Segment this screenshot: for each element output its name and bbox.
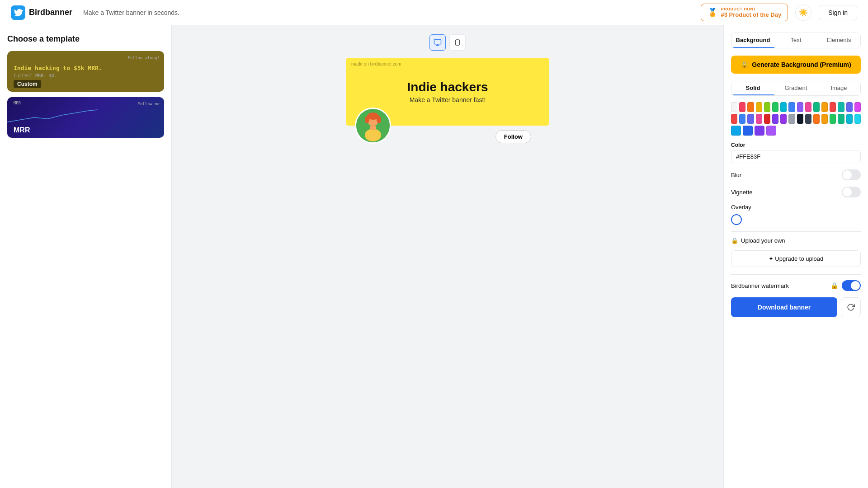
template-card-custom-meta: Current MRR: $0. [14,73,158,78]
medal-icon: 🏅 [708,8,717,18]
color-swatch[interactable] [813,102,820,112]
divider [731,231,861,232]
color-swatch[interactable] [788,102,795,112]
color-swatch[interactable] [756,114,762,124]
watermark-toggle[interactable] [842,280,861,291]
banner-title[interactable]: Indie hackers [407,80,488,94]
color-swatch[interactable] [755,126,764,136]
color-swatch[interactable] [854,114,861,124]
color-swatch[interactable] [797,114,803,124]
color-input[interactable] [731,150,861,163]
tab-elements[interactable]: Elements [817,33,860,48]
color-swatch[interactable] [813,114,820,124]
template-card-mrr-bg: MRR Follow me MRR [7,97,164,138]
mobile-icon [454,38,461,47]
color-swatch[interactable] [739,114,745,124]
theme-toggle-button[interactable]: ☀️ [795,5,811,21]
color-row-3 [731,126,861,136]
color-swatch[interactable] [747,102,754,112]
lock-icon: 🔒 [731,237,738,244]
svg-point-11 [365,129,381,141]
color-label: Color [731,142,861,148]
color-swatch[interactable] [780,114,787,124]
tab-background[interactable]: Background [731,33,774,48]
product-hunt-badge[interactable]: 🏅 PRODUCT HUNT #3 Product of the Day [701,4,788,21]
banner-subtitle[interactable]: Make a Twitter banner fast! [410,96,486,103]
logo-area: Birdbanner [11,5,72,20]
color-swatch[interactable] [739,102,745,112]
template-card-custom-label: Custom [14,80,41,88]
mobile-view-button[interactable] [449,34,466,51]
blur-toggle[interactable] [842,169,861,180]
color-swatch[interactable] [764,102,770,112]
watermark-right: 🔒 [830,280,861,291]
blur-label: Blur [731,172,741,178]
template-card-custom[interactable]: Indie hacking to $5k MRR. Current MRR: $… [7,51,164,92]
template-card-mrr[interactable]: MRR Follow me MRR [7,97,164,138]
overlay-section: Overlay [731,204,861,225]
svg-rect-12 [370,126,376,130]
tab-text[interactable]: Text [774,33,817,48]
color-swatch[interactable] [747,114,754,124]
color-swatch[interactable] [846,102,853,112]
style-tab-image[interactable]: Image [817,81,860,95]
style-tab-gradient[interactable]: Gradient [774,81,817,95]
overlay-circle[interactable] [731,214,742,225]
color-swatch[interactable] [788,114,795,124]
mrr-chart-line [7,106,98,124]
vignette-toggle[interactable] [842,187,861,197]
header-tagline: Make a Twitter banner in seconds. [83,9,693,16]
download-banner-button[interactable]: Download banner [731,297,837,317]
color-swatch[interactable] [805,114,811,124]
main-layout: Choose a template Indie hacking to $5k M… [0,25,868,488]
refresh-icon [847,303,855,311]
template-card-mrr-meta: MRR [14,101,21,105]
color-swatch[interactable] [854,102,861,112]
generate-background-label: Generate Background (Premium) [752,61,851,68]
color-swatch[interactable] [830,102,836,112]
download-row: Download banner [731,297,861,317]
color-swatch[interactable] [731,102,737,112]
color-swatch[interactable] [805,102,811,112]
color-swatch[interactable] [838,114,844,124]
monitor-icon [434,38,442,47]
svg-rect-1 [434,39,441,44]
color-swatch[interactable] [766,126,776,136]
color-swatch[interactable] [764,114,770,124]
canvas-toolbar [429,34,466,51]
sign-in-button[interactable]: Sign in [819,5,857,20]
logo-text: Birdbanner [29,8,72,17]
color-swatch[interactable] [743,126,753,136]
color-swatch[interactable] [731,126,741,136]
style-tab-solid[interactable]: Solid [731,81,774,95]
watermark-row: Birdbanner watermark 🔒 [731,280,861,291]
color-swatch[interactable] [772,102,778,112]
color-swatch[interactable] [821,114,828,124]
generate-background-button[interactable]: 🔒 Generate Background (Premium) [731,56,861,74]
blur-row: Blur [731,169,861,180]
sidebar: Choose a template Indie hacking to $5k M… [0,25,172,488]
color-swatch[interactable] [830,114,836,124]
color-swatch[interactable] [756,102,762,112]
color-swatch[interactable] [821,102,828,112]
color-swatch[interactable] [772,114,778,124]
banner-watermark: made on birdbanner.com [351,61,401,66]
color-swatch[interactable] [731,114,737,124]
template-card-mrr-label: MRR [14,126,30,134]
blur-toggle-thumb [843,170,852,179]
color-swatch[interactable] [797,102,803,112]
canvas-area: made on birdbanner.com Indie hackers Mak… [172,25,723,488]
refresh-button[interactable] [841,297,861,317]
color-swatch[interactable] [780,102,787,112]
follow-button[interactable]: Follow [495,130,531,143]
watermark-label: Birdbanner watermark [731,282,789,289]
header: Birdbanner Make a Twitter banner in seco… [0,0,868,25]
vignette-row: Vignette [731,187,861,197]
right-panel: Background Text Elements 🔒 Generate Back… [723,25,868,488]
upgrade-button[interactable]: ✦ Upgrade to upload [731,250,861,267]
color-swatch[interactable] [838,102,844,112]
color-swatch[interactable] [846,114,853,124]
lock-premium-icon: 🔒 [741,61,748,68]
desktop-view-button[interactable] [429,34,446,51]
color-swatches [731,102,861,136]
